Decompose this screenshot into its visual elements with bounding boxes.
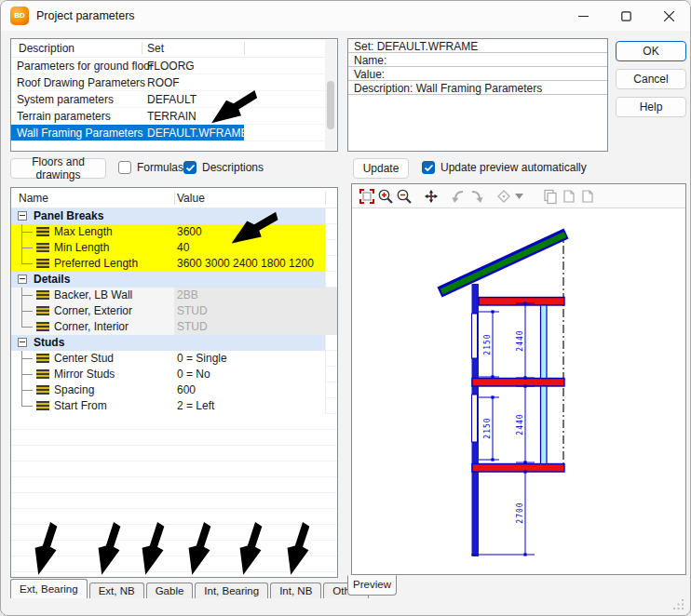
- tree-row-max-length[interactable]: Max Length 3600: [11, 224, 325, 240]
- parameter-details-panel: Set: DEFAULT.WFRAME Name: Value: Descrip…: [347, 38, 608, 152]
- scrollbar-thumb[interactable]: [327, 81, 334, 129]
- wall-type-tab-bar: Ext, Bearing Ext, NB Gable Int, Bearing …: [10, 578, 371, 598]
- set-table-row[interactable]: Parameters for ground floor FLOORG: [11, 58, 337, 74]
- detail-set: Set: DEFAULT.WFRAME: [354, 40, 478, 53]
- copy-page-icon[interactable]: [560, 187, 578, 206]
- minimize-button[interactable]: [562, 1, 604, 31]
- update-preview-label: Update preview automatically: [440, 161, 587, 174]
- window-title: Project parameters: [36, 9, 135, 22]
- parameter-icon: [36, 369, 49, 380]
- param-value: STUD: [177, 320, 208, 333]
- help-button[interactable]: Help: [616, 97, 686, 117]
- dim-upper-right: 2440: [516, 329, 524, 351]
- param-name: Spacing: [54, 383, 94, 396]
- annotation-arrow: [236, 522, 265, 576]
- update-preview-checkbox[interactable]: [422, 161, 435, 174]
- set-table-row[interactable]: Terrain parameters TERRAIN: [11, 108, 337, 125]
- floor-beam: [472, 379, 564, 387]
- dim-lower-right: 2440: [516, 413, 524, 435]
- param-name: Preferred Length: [54, 257, 138, 270]
- dim-upper-left: 2150: [483, 333, 492, 355]
- snap-dropdown-icon[interactable]: [513, 187, 524, 206]
- tree-row-preferred-length[interactable]: Preferred Length 3600 3000 2400 1800 120…: [11, 256, 325, 272]
- tree-line: [21, 319, 34, 335]
- roof: [441, 234, 565, 292]
- update-button[interactable]: Update: [353, 158, 409, 179]
- rotate-left-icon[interactable]: [449, 187, 467, 206]
- tab-int-bearing[interactable]: Int, Bearing: [195, 583, 268, 598]
- floor-beam: [479, 298, 564, 306]
- tree-line: [21, 303, 34, 319]
- tab-gable[interactable]: Gable: [146, 583, 194, 598]
- floors-and-drawings-button[interactable]: Floors and drawings: [10, 158, 106, 179]
- group-label: Panel Breaks: [34, 209, 103, 222]
- set-table-row[interactable]: System parameters DEFAULT: [11, 91, 337, 108]
- param-name: Backer, LB Wall: [54, 288, 132, 301]
- collapse-icon[interactable]: [18, 338, 27, 347]
- set-table-row[interactable]: Roof Drawing Parameters ROOF: [11, 74, 337, 91]
- tree-row-corner-exterior[interactable]: Corner, Exterior STUD: [11, 303, 337, 319]
- ok-button[interactable]: OK: [616, 41, 686, 61]
- descriptions-label: Descriptions: [202, 161, 264, 174]
- param-name: Min Length: [54, 241, 109, 254]
- cell-description: Parameters for ground floor: [17, 60, 154, 73]
- set-table-row-selected[interactable]: Wall Framing Parameters DEFAULT.WFRAME: [11, 125, 337, 141]
- tree-group-details[interactable]: Details: [11, 272, 325, 288]
- snap-point-icon[interactable]: [495, 187, 513, 206]
- tab-ext-bearing[interactable]: Ext, Bearing: [10, 579, 88, 598]
- zoom-extents-icon[interactable]: [358, 187, 376, 206]
- app-icon: BD: [10, 7, 29, 25]
- window-opening: [472, 314, 478, 358]
- set-table-scrollbar[interactable]: [325, 40, 336, 150]
- tab-preview[interactable]: Preview: [347, 575, 397, 596]
- descriptions-checkbox[interactable]: [183, 161, 196, 174]
- zoom-in-icon[interactable]: [376, 187, 395, 206]
- tree-group-studs[interactable]: Studs: [11, 335, 325, 351]
- rotate-right-icon[interactable]: [467, 187, 486, 206]
- tree-row-min-length[interactable]: Min Length 40: [11, 240, 325, 256]
- maximize-button[interactable]: [604, 1, 647, 31]
- tab-ext-nb[interactable]: Ext, NB: [89, 583, 144, 598]
- set-table-header: Description Set: [11, 39, 337, 58]
- tab-int-nb[interactable]: Int, NB: [270, 583, 321, 598]
- tree-row-mirror-studs[interactable]: Mirror Studs 0 = No: [11, 367, 325, 382]
- cancel-button[interactable]: Cancel: [616, 69, 686, 89]
- cell-description: Roof Drawing Parameters: [17, 76, 145, 89]
- tree-row-backer-lb-wall[interactable]: Backer, LB Wall 2BB: [11, 288, 337, 303]
- collapse-icon[interactable]: [18, 275, 27, 284]
- tree-line: [21, 398, 34, 414]
- tree-row-center-stud[interactable]: Center Stud 0 = Single: [11, 351, 325, 367]
- dim-lower-left: 2150: [483, 417, 492, 438]
- param-value: 0 = No: [177, 368, 210, 381]
- parameter-icon: [36, 259, 49, 269]
- param-name: Corner, Exterior: [54, 304, 132, 317]
- tree-row-spacing[interactable]: Spacing 600: [11, 382, 325, 398]
- param-name: Center Stud: [54, 352, 114, 365]
- preview-canvas[interactable]: 2150 2440 2150 2440 2700: [352, 209, 685, 574]
- copy-page-2-icon[interactable]: [578, 187, 597, 206]
- tree-line: [21, 382, 34, 398]
- pan-icon[interactable]: [422, 187, 440, 206]
- parameter-icon: [36, 354, 49, 364]
- cell-set: DEFAULT: [147, 93, 196, 106]
- tree-line: [21, 367, 34, 382]
- title-bar: BD Project parameters: [1, 1, 690, 31]
- dim-ground: 2700: [516, 502, 524, 523]
- window-opening: [472, 395, 478, 442]
- zoom-out-icon[interactable]: [395, 187, 413, 206]
- resize-grip[interactable]: [673, 599, 684, 610]
- param-value: 2 = Left: [177, 399, 214, 412]
- formulas-checkbox[interactable]: [118, 161, 131, 174]
- column-header-set: Set: [147, 42, 164, 55]
- floor-beam: [472, 464, 564, 473]
- close-button[interactable]: [647, 1, 690, 31]
- tree-row-start-from[interactable]: Start From 2 = Left: [11, 398, 325, 414]
- copy-drawing-icon[interactable]: [541, 187, 560, 206]
- cell-set: TERRAIN: [147, 110, 196, 123]
- check-icon: [424, 164, 434, 172]
- cell-description: Terrain parameters: [17, 110, 111, 123]
- tree-row-corner-interior[interactable]: Corner, Interior STUD: [11, 319, 337, 335]
- maximize-icon: [621, 11, 631, 21]
- parameter-icon: [36, 401, 49, 411]
- collapse-icon[interactable]: [18, 211, 27, 221]
